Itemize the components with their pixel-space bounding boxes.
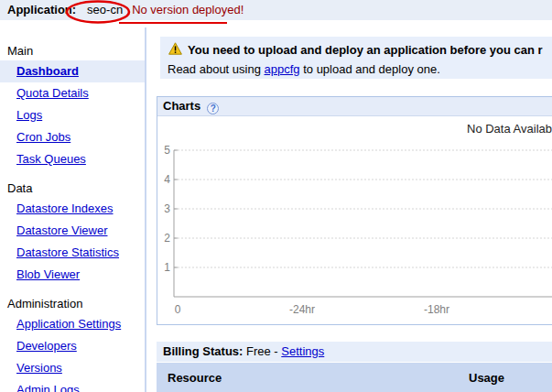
help-icon[interactable]: ? [207, 103, 219, 114]
sidebar-item-datastore-indexes[interactable]: Datastore Indexes [0, 198, 145, 220]
notice-text-line1: You need to upload and deploy an applica… [188, 43, 543, 57]
sidebar-item-blob-viewer[interactable]: Blob Viewer [0, 264, 145, 286]
x-axis-tick-18hr: -18hr [424, 303, 449, 316]
sidebar-item-admin-logs[interactable]: Admin Logs [0, 379, 145, 392]
charts-panel-header: Charts? [157, 97, 552, 116]
deploy-notice-box: You need to upload and deploy an applica… [160, 37, 552, 79]
sidebar-nav: Main Dashboard Quota Details Logs Cron J… [0, 42, 145, 392]
x-axis-tick-24hr: -24hr [289, 303, 315, 316]
sidebar-item-datastore-viewer[interactable]: Datastore Viewer [0, 220, 145, 242]
sidebar-item-dashboard[interactable]: Dashboard [0, 60, 145, 82]
billing-status-bar: Billing Status: Free - Settings [157, 342, 552, 362]
sidebar-item-quota-details[interactable]: Quota Details [0, 82, 145, 104]
charts-panel: Charts? No Data Available [157, 96, 552, 325]
app-engine-dashboard: Application:seo-cnNo version deployed! M… [0, 0, 552, 392]
charts-title: Charts [163, 99, 200, 113]
appcfg-link[interactable]: appcfg [265, 62, 300, 76]
sidebar-item-developers[interactable]: Developers [0, 335, 145, 357]
y-axis-tick-2: 2 [164, 232, 170, 245]
red-ellipse-annotation [64, 0, 132, 25]
chart-canvas: 5 4 3 2 1 0 -24hr -18hr [157, 116, 552, 324]
sidebar-item-task-queues[interactable]: Task Queues [0, 148, 145, 170]
notice-line2-suffix: to upload and deploy one. [300, 62, 440, 76]
y-axis-tick-4: 4 [164, 173, 170, 186]
billing-settings-link[interactable]: Settings [281, 344, 324, 358]
sidebar-section-main: Main [0, 42, 145, 60]
deploy-status-message: No version deployed! [132, 3, 244, 16]
sidebar-item-datastore-statistics[interactable]: Datastore Statistics [0, 242, 145, 264]
column-header-resource: Resource [168, 371, 222, 385]
sidebar-item-application-settings[interactable]: Application Settings [0, 313, 145, 335]
sidebar-item-cron-jobs[interactable]: Cron Jobs [0, 126, 145, 148]
billing-status-label: Billing Status: [163, 344, 243, 358]
sidebar-section-administration: Administration [0, 295, 145, 313]
chart-area: No Data Available 5 4 3 [157, 116, 552, 324]
column-header-usage: Usage [469, 371, 504, 385]
usage-table-header: Resource Usage [157, 363, 552, 392]
billing-status-value: Free - [243, 344, 281, 358]
y-axis-tick-1: 1 [164, 261, 170, 274]
notice-line2-prefix: Read about using [168, 62, 265, 76]
warning-icon [168, 42, 182, 55]
sidebar-item-logs[interactable]: Logs [0, 104, 145, 126]
y-axis-tick-3: 3 [164, 202, 170, 215]
y-axis-tick-5: 5 [164, 144, 170, 157]
sidebar-item-versions[interactable]: Versions [0, 357, 145, 379]
notice-text-line2: Read about using appcfg to upload and de… [168, 62, 440, 76]
x-axis-tick-0: 0 [175, 303, 181, 316]
sidebar-divider [145, 27, 146, 392]
red-underline-annotation [119, 22, 227, 24]
sidebar-section-data: Data [0, 180, 145, 198]
